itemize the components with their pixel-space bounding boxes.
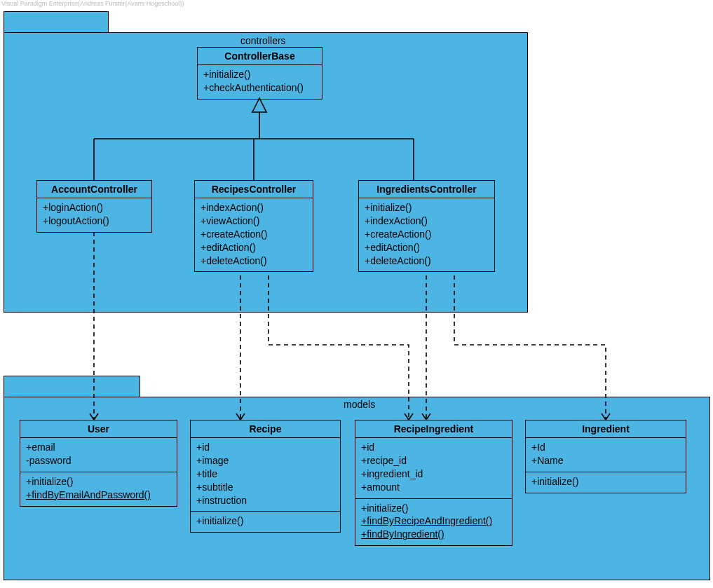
- attr: +title: [196, 467, 336, 481]
- attr: +email: [26, 441, 172, 454]
- attr: +id: [196, 441, 336, 454]
- op: +createAction(): [201, 228, 308, 241]
- class-recipeingredient: RecipeIngredient +id +recipe_id +ingredi…: [355, 420, 512, 546]
- class-title: Recipe: [191, 421, 340, 438]
- class-title: AccountController: [37, 181, 151, 198]
- package-tab-models: [4, 376, 140, 398]
- package-tab-controllers: [4, 11, 109, 34]
- class-title: Ingredient: [526, 421, 686, 438]
- attr: +Name: [531, 454, 681, 467]
- attr: +ingredient_id: [361, 467, 508, 481]
- class-accountcontroller: AccountController +loginAction() +logout…: [36, 180, 152, 233]
- attr: -password: [26, 454, 172, 467]
- op: +loginAction(): [43, 201, 147, 214]
- op: +initialize(): [361, 502, 508, 515]
- op: +editAction(): [365, 241, 490, 254]
- class-ops: +initialize(): [526, 472, 686, 493]
- op: +indexAction(): [201, 201, 308, 214]
- class-ops: +initialize() +indexAction() +createActi…: [359, 198, 494, 271]
- class-attrs: +id +image +title +subtitle +instruction: [191, 438, 340, 512]
- attr: +id: [361, 441, 508, 454]
- class-title: User: [20, 421, 177, 438]
- attr: +recipe_id: [361, 454, 508, 467]
- op: +findByIngredient(): [361, 528, 508, 541]
- op: +initialize(): [26, 475, 172, 488]
- class-ops: +indexAction() +viewAction() +createActi…: [195, 198, 313, 271]
- class-title: RecipeIngredient: [355, 421, 512, 438]
- package-label-models: models: [344, 399, 375, 410]
- class-ops: +initialize() +checkAuthentication(): [198, 65, 322, 99]
- attr: +Id: [531, 441, 681, 454]
- op: +findByRecipeAndIngredient(): [361, 514, 508, 528]
- class-ops: +initialize(): [191, 512, 340, 532]
- class-ops: +loginAction() +logoutAction(): [37, 198, 151, 232]
- attr: +amount: [361, 481, 508, 494]
- attr: +image: [196, 454, 336, 467]
- class-controllerbase: ControllerBase +initialize() +checkAuthe…: [197, 47, 322, 100]
- class-ingredientscontroller: IngredientsController +initialize() +ind…: [358, 180, 495, 272]
- op: +initialize(): [203, 68, 318, 81]
- class-title: IngredientsController: [359, 181, 494, 198]
- class-attrs: +id +recipe_id +ingredient_id +amount: [355, 438, 512, 499]
- package-label-controllers: controllers: [240, 35, 286, 46]
- op: +indexAction(): [365, 214, 490, 228]
- attr: +subtitle: [196, 481, 336, 494]
- diagram-canvas: Visual Paradigm Enterprise(Andreas Fürst…: [0, 0, 713, 588]
- op: +initialize(): [531, 475, 681, 488]
- op: +initialize(): [365, 201, 490, 214]
- class-title: ControllerBase: [198, 48, 322, 65]
- op: +checkAuthentication(): [203, 81, 318, 95]
- op: +createAction(): [365, 228, 490, 241]
- op: +logoutAction(): [43, 214, 147, 228]
- class-attrs: +Id +Name: [526, 438, 686, 472]
- op: +deleteAction(): [365, 254, 490, 268]
- op: +editAction(): [201, 241, 308, 254]
- class-recipescontroller: RecipesController +indexAction() +viewAc…: [194, 180, 313, 272]
- op: +viewAction(): [201, 214, 308, 228]
- class-ops: +initialize() +findByRecipeAndIngredient…: [355, 499, 512, 546]
- class-attrs: +email -password: [20, 438, 177, 472]
- op: +findByEmailAndPassword(): [26, 488, 172, 502]
- class-user: User +email -password +initialize() +fin…: [20, 420, 177, 507]
- op: +initialize(): [196, 514, 336, 528]
- attr: +instruction: [196, 494, 336, 507]
- class-recipe: Recipe +id +image +title +subtitle +inst…: [190, 420, 341, 533]
- op: +deleteAction(): [201, 254, 308, 268]
- class-ops: +initialize() +findByEmailAndPassword(): [20, 472, 177, 506]
- class-title: RecipesController: [195, 181, 313, 198]
- watermark-text: Visual Paradigm Enterprise(Andreas Fürst…: [1, 0, 184, 7]
- class-ingredient: Ingredient +Id +Name +initialize(): [525, 420, 686, 493]
